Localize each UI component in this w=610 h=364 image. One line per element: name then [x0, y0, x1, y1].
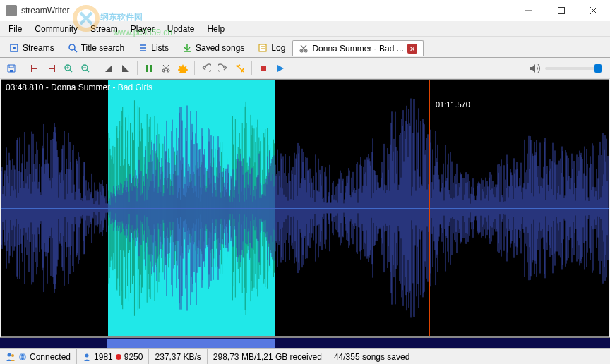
- fade-in-icon: [104, 63, 114, 73]
- saved-icon: [182, 43, 192, 53]
- toolbar-separator: [251, 61, 252, 75]
- position-start-button[interactable]: [26, 60, 43, 77]
- record-dot-icon: [116, 354, 121, 360]
- svg-point-37: [8, 353, 11, 356]
- svg-point-38: [11, 354, 14, 357]
- svg-line-34: [164, 65, 169, 71]
- status-saved: 44/355 songs saved: [328, 349, 415, 364]
- save-icon: [6, 63, 16, 73]
- tab-streams[interactable]: Streams: [3, 40, 61, 56]
- toolbar-separator: [23, 61, 23, 75]
- cut-icon: [299, 44, 309, 54]
- tab-lists[interactable]: Lists: [131, 40, 175, 56]
- minimize-button[interactable]: [513, 0, 545, 21]
- status-connection: Connected: [0, 349, 77, 364]
- volume-control[interactable]: [530, 63, 607, 73]
- effects-icon: [178, 63, 188, 73]
- status-users: 1981 9250: [77, 349, 149, 364]
- zoom-in-button[interactable]: [60, 60, 77, 77]
- svg-point-9: [69, 44, 75, 50]
- play-icon: [275, 63, 285, 73]
- overview-track[interactable]: [0, 338, 610, 348]
- speaker-icon: [530, 63, 541, 73]
- volume-thumb[interactable]: [594, 64, 602, 73]
- globe-icon: [18, 353, 27, 361]
- tab-log[interactable]: Log: [251, 40, 292, 56]
- maximize-button[interactable]: [545, 0, 578, 21]
- undo-button[interactable]: [198, 60, 215, 77]
- svg-line-20: [301, 45, 306, 51]
- position-end-button[interactable]: [43, 60, 60, 77]
- menubar: FileCommunityStreamPlayerUpdateHelp: [0, 21, 610, 37]
- svg-rect-4: [558, 8, 565, 14]
- fade-out-button[interactable]: [117, 60, 134, 77]
- user-icon: [83, 353, 91, 361]
- playhead-cursor[interactable]: [429, 80, 430, 336]
- log-icon: [258, 43, 268, 53]
- status-connected-text: Connected: [30, 352, 71, 362]
- play-button[interactable]: [272, 60, 289, 77]
- undo-icon: [201, 63, 211, 73]
- svg-rect-31: [150, 65, 152, 72]
- svg-line-28: [87, 70, 89, 72]
- zoom-in-icon: [64, 63, 73, 73]
- tab-cut[interactable]: Donna Summer - Bad ...✕: [292, 40, 423, 56]
- svg-point-8: [13, 47, 16, 49]
- window-title: streamWriter: [21, 6, 513, 16]
- toolbar-separator: [137, 61, 138, 75]
- menu-update[interactable]: Update: [162, 23, 201, 35]
- close-button[interactable]: [578, 0, 610, 21]
- lists-icon: [138, 43, 148, 53]
- waveform-title: 03:48.810 - Donna Summer - Bad Girls: [6, 83, 152, 92]
- svg-rect-36: [261, 66, 266, 71]
- waveform-editor[interactable]: 03:48.810 - Donna Summer - Bad Girls 01:…: [1, 79, 609, 337]
- play-pause-icon: [144, 63, 154, 73]
- stop-button[interactable]: [255, 60, 272, 77]
- svg-rect-15: [259, 44, 266, 51]
- volume-track[interactable]: [545, 67, 602, 70]
- menu-file[interactable]: File: [3, 23, 28, 35]
- position-end-icon: [47, 63, 56, 73]
- cut-button[interactable]: [157, 60, 174, 77]
- tab-search[interactable]: Title search: [61, 40, 131, 56]
- play-pause-button[interactable]: [140, 60, 157, 77]
- redo-button[interactable]: [215, 60, 232, 77]
- toolbar-separator: [194, 61, 195, 75]
- status-rate: 237,37 KB/s: [149, 349, 207, 364]
- waveform-centerline: [1, 208, 609, 209]
- stop-icon: [258, 63, 268, 73]
- toolbar-separator: [97, 61, 97, 75]
- people-icon: [6, 352, 16, 362]
- svg-rect-22: [10, 70, 13, 72]
- zoom-out-icon: [80, 63, 90, 73]
- svg-line-21: [301, 45, 306, 51]
- users-blue-count: 1981: [94, 352, 113, 362]
- redo-icon: [218, 63, 228, 73]
- titlebar: streamWriter: [0, 0, 610, 21]
- svg-rect-30: [146, 65, 148, 72]
- zoom-out-button[interactable]: [77, 60, 94, 77]
- overview-thumb[interactable]: [107, 339, 275, 348]
- menu-player[interactable]: Player: [125, 23, 160, 35]
- effects-button[interactable]: [174, 60, 191, 77]
- svg-line-24: [70, 70, 72, 72]
- users-red-count: 9250: [124, 352, 143, 362]
- overview-row: [0, 337, 610, 348]
- fade-in-button[interactable]: [100, 60, 117, 77]
- menu-community[interactable]: Community: [29, 23, 83, 35]
- editor-toolbar: [0, 58, 610, 79]
- streams-icon: [9, 43, 19, 53]
- tab-saved[interactable]: Saved songs: [176, 40, 251, 56]
- app-icon: [6, 5, 17, 16]
- tab-close-icon[interactable]: ✕: [407, 44, 417, 54]
- save-button[interactable]: [3, 60, 20, 77]
- statusbar: Connected 1981 9250 237,37 KB/s 298,73 M…: [0, 348, 610, 364]
- svg-line-10: [74, 49, 77, 52]
- fade-out-icon: [121, 63, 131, 73]
- auto-cut-button[interactable]: [232, 60, 249, 77]
- auto-cut-icon: [235, 63, 245, 73]
- tab-row: StreamsTitle searchListsSaved songsLogDo…: [0, 37, 610, 58]
- menu-help[interactable]: Help: [201, 23, 230, 35]
- position-start-icon: [30, 63, 40, 73]
- menu-stream[interactable]: Stream: [85, 23, 124, 35]
